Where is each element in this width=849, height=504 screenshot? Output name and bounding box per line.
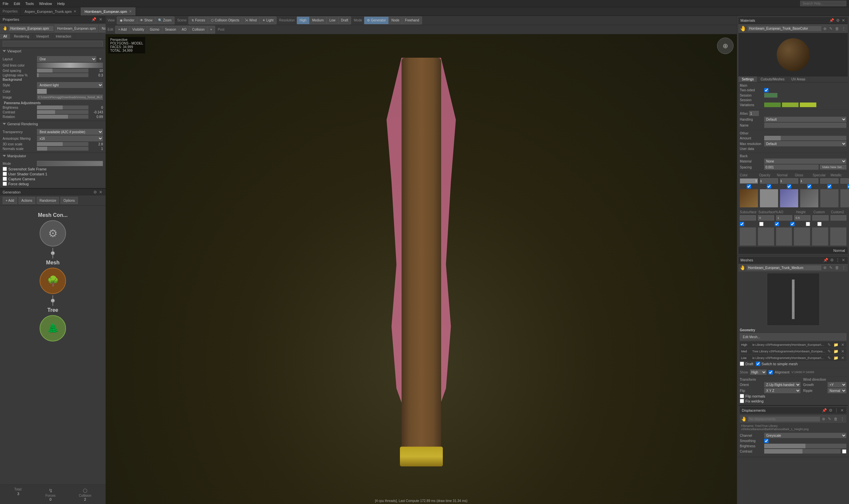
light-btn[interactable]: ☀ Light (260, 17, 276, 24)
edit-ao-btn[interactable]: AO (179, 26, 189, 33)
mesh-copy-icon[interactable]: ⊕ (822, 265, 827, 270)
session-color[interactable] (764, 93, 777, 97)
gen-options-btn[interactable]: Options (60, 197, 77, 204)
variation-swatch-1[interactable] (764, 103, 781, 107)
handling-select[interactable]: Default (764, 117, 846, 122)
two-sided-cb[interactable] (764, 88, 768, 92)
specular-enabled-cb[interactable] (827, 184, 832, 188)
specular-texture-thumb[interactable] (820, 189, 838, 207)
orient-select[interactable]: Z-Up Right-handed (764, 382, 800, 387)
amount-slider[interactable] (764, 136, 846, 140)
mat-tab-settings[interactable]: Settings (739, 76, 757, 82)
disp-extra-icon[interactable]: ⋮ (840, 417, 845, 421)
ao-thumb[interactable] (776, 228, 792, 246)
meshes-close-icon[interactable]: ✕ (841, 258, 846, 263)
tab-hornbeam[interactable]: Hornbeam_European.spm ✕ (81, 7, 136, 16)
mesh-name-input[interactable] (747, 265, 821, 270)
node-mesh-circle[interactable]: 🌳 (40, 268, 66, 294)
menu-window[interactable]: Window (39, 2, 52, 5)
meshes-settings-icon[interactable]: ⚙ (830, 258, 834, 263)
node-tree-circle[interactable]: 🌲 (40, 315, 66, 342)
gloss-texture-thumb[interactable] (800, 189, 818, 207)
menu-help[interactable]: Help (57, 2, 65, 5)
materials-pin-icon[interactable]: 📌 (829, 18, 835, 23)
mesh-edit-icon[interactable]: ✎ (829, 265, 833, 270)
tab-viewport[interactable]: Viewport (33, 34, 52, 39)
mesh-high-folder-icon[interactable]: 📁 (833, 342, 839, 347)
layout-select[interactable]: One (37, 56, 96, 62)
make-new-set-btn[interactable]: Make New Set... (820, 165, 846, 169)
tab-hornbeam-close[interactable]: ✕ (129, 10, 132, 13)
material-more-icon[interactable]: ⋮ (841, 26, 846, 31)
mesh-low-delete-icon[interactable]: ✕ (841, 356, 845, 360)
fix-welding-cb[interactable] (740, 399, 744, 403)
edit-season-btn[interactable]: Season (162, 26, 179, 33)
edit-gizmo-btn[interactable]: Gizmo (147, 26, 162, 33)
sub-enabled-cb[interactable] (740, 222, 744, 226)
transparency-select[interactable]: Best available (A2C if possible) (37, 129, 103, 135)
properties-pin[interactable]: 📌 (91, 17, 97, 22)
tab-all[interactable]: All (0, 34, 11, 39)
materials-close-icon[interactable]: ✕ (841, 18, 846, 23)
draft-cb[interactable] (740, 362, 744, 366)
user-shader-cb[interactable] (3, 172, 7, 176)
back-material-select[interactable]: None (764, 159, 846, 164)
height-enabled-cb[interactable] (790, 222, 795, 226)
ao-enabled-cb[interactable] (775, 222, 779, 226)
object-name-input[interactable] (9, 26, 53, 31)
collision-objects-btn[interactable]: ⬡ Collision Objects (208, 17, 242, 24)
alignment-cb[interactable] (768, 370, 773, 375)
forces-btn[interactable]: ↯ Forces (189, 17, 208, 24)
color-texture-thumb[interactable] (740, 189, 758, 207)
disp-brightness-slider[interactable] (764, 444, 846, 448)
gen-add-btn[interactable]: + Add (3, 197, 17, 204)
show-btn[interactable]: 👁 Show (137, 17, 155, 24)
nav-gizmo[interactable]: ⊕ (717, 38, 733, 54)
medium-btn[interactable]: Medium (310, 17, 327, 24)
mesh-low-folder-icon[interactable]: 📁 (833, 356, 839, 360)
menu-file[interactable]: File (3, 2, 8, 5)
material-edit-icon[interactable]: ✎ (829, 26, 833, 31)
normal-texture-thumb[interactable] (780, 189, 798, 207)
low-btn[interactable]: Low (327, 17, 338, 24)
metallic-texture-thumb[interactable] (841, 189, 849, 207)
metallic-enabled-cb[interactable] (847, 184, 849, 188)
bg-image-input[interactable] (37, 95, 103, 100)
edit-mesh-btn[interactable]: Edit Mesh... (740, 333, 846, 341)
disp-more-icon[interactable]: ⋮ (834, 408, 839, 413)
menu-tools[interactable]: Tools (25, 2, 34, 5)
tab-aspen-close[interactable]: ✕ (73, 10, 76, 13)
screenshot-safe-cb[interactable] (3, 167, 7, 171)
meshes-more-icon[interactable]: ⋮ (835, 258, 841, 263)
mode-freehand-btn[interactable]: Freehand (402, 17, 422, 24)
disp-settings-icon[interactable]: ⚙ (828, 408, 833, 413)
contrast-slider[interactable] (37, 110, 88, 114)
mat-tab-uv[interactable]: UV Areas (788, 76, 809, 82)
color-enabled-cb[interactable] (747, 184, 751, 188)
wind-btn[interactable]: 🌬 Wind (242, 17, 260, 24)
sub-pct-thumb[interactable] (758, 228, 774, 246)
mesh-med-folder-icon[interactable]: 📁 (833, 349, 839, 354)
variation-swatch-3[interactable] (800, 103, 816, 107)
show-select[interactable]: High (750, 370, 766, 375)
rotation-slider[interactable] (37, 115, 88, 119)
height-thumb[interactable] (794, 228, 810, 246)
mode-generator-btn[interactable]: ⚙ Generator (364, 17, 389, 24)
gen-settings-icon[interactable]: ⚙ (93, 190, 98, 195)
gen-rendering-title[interactable]: General Rendering (0, 121, 106, 127)
material-copy-icon[interactable]: ⊕ (822, 26, 827, 31)
grid-spacing-slider[interactable] (37, 69, 88, 73)
ripple-select[interactable]: Normal (828, 388, 846, 393)
smoothing-cb[interactable] (764, 439, 768, 443)
viewport-canvas-container[interactable]: Perspective POLYGONS - MODEL FACES: 34,9… (106, 34, 737, 504)
mesh-high-delete-icon[interactable]: ✕ (841, 342, 845, 347)
high-btn[interactable]: High (297, 17, 310, 24)
custom-enabled-cb[interactable] (806, 222, 810, 226)
disp-copy-icon[interactable]: ⊕ (821, 417, 826, 421)
lightmap-slider[interactable] (37, 73, 88, 77)
sub-thumb[interactable] (740, 228, 756, 246)
flip-select[interactable]: X Y Z (764, 388, 800, 393)
bg-style-select[interactable]: Ambient light (37, 82, 103, 88)
growth-select[interactable]: +Y (828, 382, 846, 387)
flip-normals-cb[interactable] (740, 394, 744, 398)
